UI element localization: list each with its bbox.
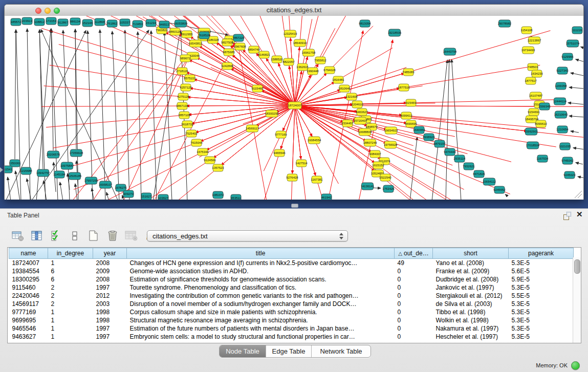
table-selector-dropdown[interactable]: citations_edges.txt: [147, 230, 348, 242]
graph-edge[interactable]: [199, 46, 295, 105]
table-cell[interactable]: Disruption of a novel member of a sodium…: [127, 300, 395, 308]
create-new-column-icon[interactable]: [87, 230, 100, 242]
graph-edge[interactable]: [576, 59, 583, 63]
table-cell[interactable]: 9699695: [9, 316, 48, 324]
graph-edge[interactable]: [295, 71, 301, 105]
graph-edge[interactable]: [295, 105, 498, 200]
graph-edge[interactable]: [571, 131, 579, 133]
table-cell[interactable]: 9115460: [9, 283, 48, 292]
table-cell[interactable]: 9465546: [9, 324, 48, 333]
graph-edge[interactable]: [578, 177, 583, 179]
table-cell[interactable]: Jankovic et al. (1997): [433, 283, 509, 292]
table-cell[interactable]: Nakamura et al. (1997): [433, 324, 509, 333]
table-cell[interactable]: Tibbo et al. (1998): [433, 308, 509, 316]
graph-edge[interactable]: [60, 182, 63, 200]
graph-edge[interactable]: [451, 59, 461, 200]
graph-edge[interactable]: [581, 47, 583, 50]
table-cell[interactable]: 2008: [93, 259, 127, 268]
table-cell[interactable]: 2: [48, 283, 93, 292]
table-row[interactable]: 1872400712008Changes of HCN gene express…: [9, 259, 574, 268]
float-panel-icon[interactable]: [563, 212, 571, 220]
table-cell[interactable]: Genome-wide association studies in ADHD.: [127, 267, 395, 275]
table-cell[interactable]: 5.3E-5: [509, 300, 574, 308]
table-cell[interactable]: Tourette syndrome. Phenomenology and cla…: [127, 283, 395, 292]
table-cell[interactable]: 0: [395, 292, 433, 300]
table-cell[interactable]: 18724007: [9, 259, 48, 268]
graph-edge[interactable]: [569, 87, 583, 89]
column-header-year[interactable]: year: [93, 248, 127, 259]
table-cell[interactable]: 0: [395, 333, 433, 341]
graph-edge[interactable]: [164, 32, 172, 200]
table-cell[interactable]: 19384554: [9, 267, 48, 275]
table-cell[interactable]: 14569117: [9, 300, 48, 308]
table-cell[interactable]: 6: [48, 275, 93, 283]
table-row[interactable]: 1456911722003Disruption of a novel membe…: [9, 300, 574, 308]
column-header-short[interactable]: short: [433, 248, 509, 259]
table-row[interactable]: 2242004622012Investigating the contribut…: [9, 292, 574, 300]
table-cell[interactable]: 1997: [93, 324, 127, 333]
graph-edge[interactable]: [238, 45, 267, 200]
table-cell[interactable]: 5.3E-5: [509, 308, 574, 316]
table-cell[interactable]: 2012: [93, 292, 127, 300]
table-cell[interactable]: 1997: [93, 333, 127, 341]
graph-edge[interactable]: [195, 105, 295, 133]
table-cell[interactable]: 2008: [93, 275, 127, 283]
table-cell[interactable]: 9777169: [9, 308, 48, 316]
graph-edge[interactable]: [505, 194, 506, 195]
table-row[interactable]: 911546021997Tourette syndrome. Phenomeno…: [9, 283, 574, 292]
table-cell[interactable]: 1: [48, 324, 93, 333]
graph-edge[interactable]: [289, 66, 295, 105]
graph-edge[interactable]: [151, 31, 157, 200]
table-cell[interactable]: Dudbridge et al. (2008): [433, 275, 509, 283]
table-cell[interactable]: 1: [48, 316, 93, 324]
graph-edge[interactable]: [289, 105, 295, 200]
show-column-icon[interactable]: [30, 230, 43, 242]
table-cell[interactable]: 1998: [93, 308, 127, 316]
table-cell[interactable]: 0: [395, 267, 433, 275]
table-cell[interactable]: 0: [395, 300, 433, 308]
table-row[interactable]: 946362711997Embryonic stem cells: a mode…: [9, 333, 574, 341]
table-cell[interactable]: Franke et al. (2009): [433, 267, 509, 275]
table-row[interactable]: 977716911998Corpus callosum shape and si…: [9, 308, 574, 316]
column-header-pagerank[interactable]: pagerank: [509, 248, 574, 259]
network-canvas-area[interactable]: 1872400779638228860128891295523226058982…: [5, 16, 583, 200]
graph-edge[interactable]: [410, 137, 417, 200]
table-cell[interactable]: 49: [395, 259, 433, 268]
graph-edge[interactable]: [292, 105, 295, 173]
tab-node-table[interactable]: Node Table: [220, 345, 266, 357]
graph-edge[interactable]: [39, 30, 43, 169]
network-canvas[interactable]: 1872400779638228860128891295523226058982…: [5, 16, 583, 200]
column-header-name[interactable]: name: [9, 248, 48, 259]
graph-edge[interactable]: [295, 105, 540, 106]
graph-edge[interactable]: [295, 105, 301, 159]
table-cell[interactable]: 1: [48, 259, 93, 268]
table-cell[interactable]: 0: [395, 308, 433, 316]
table-cell[interactable]: 1: [48, 308, 93, 316]
window-titlebar[interactable]: citations_edges.txt: [5, 5, 583, 16]
table-cell[interactable]: Changes of HCN gene expression and I(f) …: [127, 259, 395, 268]
table-cell[interactable]: 5.5E-5: [509, 292, 574, 300]
table-cell[interactable]: 2: [48, 292, 93, 300]
table-cell[interactable]: 0: [395, 324, 433, 333]
table-cell[interactable]: Wolkin et al. (1998): [433, 316, 509, 324]
table-cell[interactable]: Structural magnetic resonance image aver…: [127, 316, 395, 324]
column-header-in_degree[interactable]: in_degree: [48, 248, 93, 259]
delete-table-icon[interactable]: [125, 230, 138, 242]
table-cell[interactable]: 0: [395, 316, 433, 324]
select-all-icon[interactable]: [49, 230, 62, 242]
table-cell[interactable]: 1997: [93, 283, 127, 292]
table-mode-icon[interactable]: [11, 230, 25, 242]
table-cell[interactable]: Embryonic stem cells: a model to study s…: [127, 333, 395, 341]
graph-edge[interactable]: [571, 73, 583, 76]
graph-edge[interactable]: [125, 30, 129, 200]
table-row[interactable]: 969969511998Structural magnetic resonanc…: [9, 316, 574, 324]
column-header-title[interactable]: title: [127, 248, 395, 259]
panel-splitter-handle[interactable]: [291, 204, 298, 208]
graph-edge[interactable]: [569, 116, 583, 117]
table-cell[interactable]: 0: [395, 283, 433, 292]
table-cell[interactable]: Estimation of the future numbers of pati…: [127, 324, 395, 333]
graph-edge[interactable]: [191, 105, 295, 124]
delete-column-icon[interactable]: [106, 230, 119, 242]
table-cell[interactable]: 5.3E-5: [509, 259, 574, 268]
unselect-all-icon[interactable]: [68, 230, 81, 242]
